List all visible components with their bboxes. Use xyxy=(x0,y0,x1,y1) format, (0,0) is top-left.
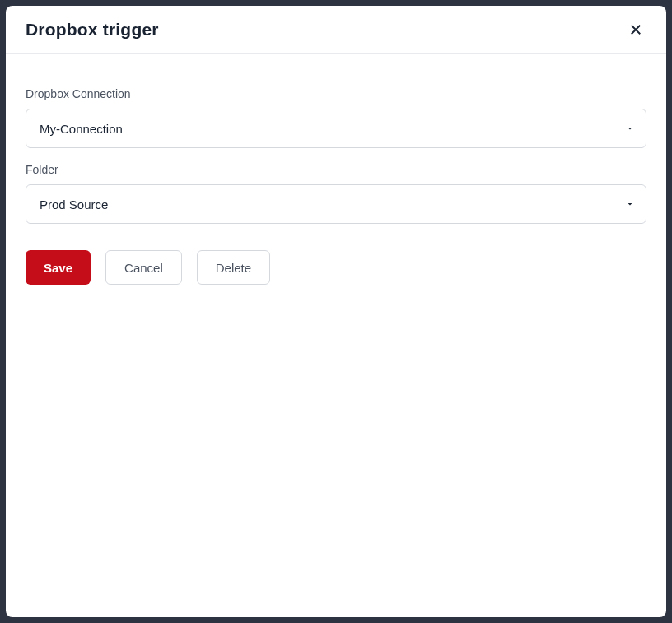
button-row: Save Cancel Delete xyxy=(26,250,646,285)
folder-label: Folder xyxy=(26,163,646,176)
connection-select[interactable]: My-Connection xyxy=(26,109,646,148)
close-button[interactable] xyxy=(625,19,646,40)
folder-field-group: Folder Prod Source xyxy=(26,163,646,224)
close-icon xyxy=(628,22,643,37)
save-button[interactable]: Save xyxy=(26,250,91,285)
modal-body: Dropbox Connection My-Connection Folder … xyxy=(6,54,666,617)
delete-button[interactable]: Delete xyxy=(197,250,270,285)
connection-select-wrapper: My-Connection xyxy=(26,109,646,148)
cancel-button[interactable]: Cancel xyxy=(105,250,182,285)
trigger-config-modal: Dropbox trigger Dropbox Connection My-Co… xyxy=(6,6,666,617)
connection-field-group: Dropbox Connection My-Connection xyxy=(26,87,646,148)
connection-label: Dropbox Connection xyxy=(26,87,646,100)
modal-title: Dropbox trigger xyxy=(26,20,159,40)
folder-select-wrapper: Prod Source xyxy=(26,184,646,224)
folder-select[interactable]: Prod Source xyxy=(26,184,646,224)
modal-header: Dropbox trigger xyxy=(6,6,666,54)
